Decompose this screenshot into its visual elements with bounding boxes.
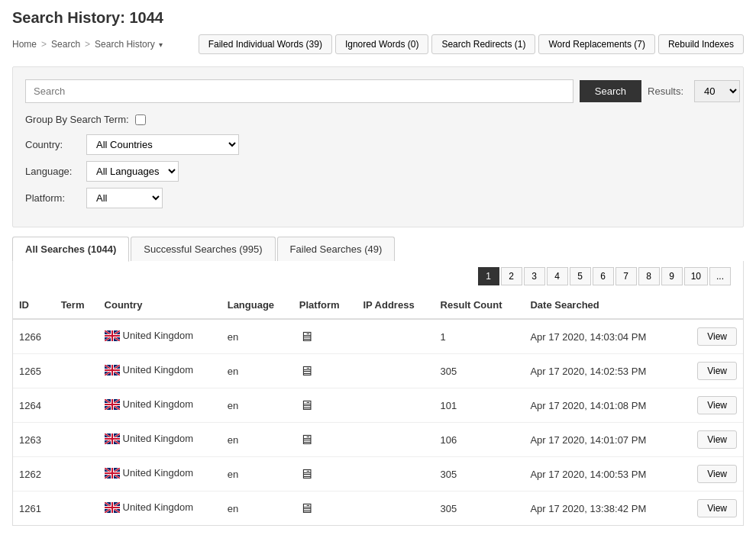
tab-failed-searches[interactable]: Failed Searches (49) xyxy=(277,237,396,261)
breadcrumb-home[interactable]: Home xyxy=(12,39,37,50)
cell-country: United Kingdom xyxy=(99,354,221,388)
table-row: 1266 United Kingdom en 🖥 xyxy=(13,319,743,354)
page-9-button[interactable]: 9 xyxy=(661,267,683,285)
tab-all-searches[interactable]: All Searches (1044) xyxy=(12,237,129,262)
platform-label: Platform: xyxy=(25,192,86,204)
uk-flag-icon xyxy=(105,433,120,444)
cell-language: en xyxy=(221,457,293,491)
desktop-icon: 🖥 xyxy=(299,432,313,448)
col-id: ID xyxy=(13,292,55,319)
language-select[interactable]: All Languages English German French xyxy=(86,161,179,182)
cell-view: View xyxy=(680,423,743,457)
page-4-button[interactable]: 4 xyxy=(547,267,568,285)
failed-individual-words-button[interactable]: Failed Individual Words (39) xyxy=(199,34,332,54)
view-button[interactable]: View xyxy=(697,430,737,449)
cell-id: 1261 xyxy=(13,491,55,526)
country-label: Country: xyxy=(25,139,86,150)
table-row: 1263 United Kingdom en 🖥 xyxy=(13,423,743,457)
results-per-page-select[interactable]: 40 20 60 100 xyxy=(694,80,740,102)
page-8-button[interactable]: 8 xyxy=(638,267,660,285)
page-2-button[interactable]: 2 xyxy=(501,267,522,285)
svg-rect-53 xyxy=(105,507,120,508)
rebuild-indexes-button[interactable]: Rebuild Indexes xyxy=(658,34,744,54)
cell-result-count: 305 xyxy=(435,354,525,388)
ignored-words-button[interactable]: Ignored Words (0) xyxy=(335,34,429,54)
cell-platform: 🖥 xyxy=(293,354,357,388)
desktop-icon: 🖥 xyxy=(299,466,313,482)
cell-ip xyxy=(357,457,434,491)
page-1-button[interactable]: 1 xyxy=(478,267,499,285)
page-more-button[interactable]: ... xyxy=(709,267,731,285)
cell-id: 1266 xyxy=(13,319,55,354)
breadcrumb-current: Search History ▾ xyxy=(95,39,163,50)
view-button[interactable]: View xyxy=(697,499,737,517)
col-platform: Platform xyxy=(293,292,357,319)
cell-language: en xyxy=(221,319,293,354)
filter-section: Search Results: 40 20 60 100 Group By Se… xyxy=(12,66,744,227)
cell-id: 1262 xyxy=(13,457,55,491)
cell-view: View xyxy=(680,319,743,354)
search-input[interactable] xyxy=(25,79,573,103)
cell-term xyxy=(55,457,99,491)
page-7-button[interactable]: 7 xyxy=(615,267,637,285)
cell-ip xyxy=(357,388,434,423)
cell-result-count: 1 xyxy=(435,319,525,354)
cell-result-count: 101 xyxy=(435,388,525,423)
cell-term xyxy=(55,354,99,388)
cell-ip xyxy=(357,319,434,354)
breadcrumb-chevron-icon: ▾ xyxy=(159,40,163,49)
page-header: Search History: 1044 Home > Search > Sea… xyxy=(0,0,756,60)
cell-date: Apr 17 2020, 14:00:53 PM xyxy=(524,457,680,491)
svg-rect-44 xyxy=(105,472,120,474)
cell-platform: 🖥 xyxy=(293,388,357,423)
cell-id: 1264 xyxy=(13,388,55,423)
page-6-button[interactable]: 6 xyxy=(593,267,614,285)
cell-date: Apr 17 2020, 13:38:42 PM xyxy=(524,491,680,526)
cell-country: United Kingdom xyxy=(99,388,221,423)
breadcrumb-search[interactable]: Search xyxy=(51,39,80,50)
desktop-icon: 🖥 xyxy=(299,363,313,379)
platform-select[interactable]: All Desktop Mobile Tablet xyxy=(86,188,163,208)
country-select[interactable]: All Countries United Kingdom United Stat… xyxy=(86,134,239,155)
view-button[interactable]: View xyxy=(697,327,737,346)
cell-platform: 🖥 xyxy=(293,457,357,491)
results-table: ID Term Country Language Platform IP Add… xyxy=(13,292,743,525)
cell-platform: 🖥 xyxy=(293,491,357,526)
cell-language: en xyxy=(221,388,293,423)
language-filter-row: Language: All Languages English German F… xyxy=(25,161,731,182)
uk-flag-icon xyxy=(105,330,120,341)
tab-successful-searches[interactable]: Successful Searches (995) xyxy=(131,237,275,261)
search-button[interactable]: Search xyxy=(580,80,641,102)
cell-platform: 🖥 xyxy=(293,319,357,354)
cell-ip xyxy=(357,423,434,457)
view-button[interactable]: View xyxy=(697,465,737,483)
page-5-button[interactable]: 5 xyxy=(570,267,591,285)
cell-ip xyxy=(357,491,434,526)
view-button[interactable]: View xyxy=(697,362,737,380)
pagination: 1 2 3 4 5 6 7 8 9 10 ... xyxy=(13,261,743,292)
cell-view: View xyxy=(680,491,743,526)
col-date: Date Searched xyxy=(524,292,680,319)
platform-filter-row: Platform: All Desktop Mobile Tablet xyxy=(25,188,731,208)
word-replacements-button[interactable]: Word Replacements (7) xyxy=(538,34,655,54)
cell-platform: 🖥 xyxy=(293,423,357,457)
country-filter-row: Country: All Countries United Kingdom Un… xyxy=(25,134,731,155)
svg-rect-35 xyxy=(105,438,120,440)
search-row: Search Results: 40 20 60 100 xyxy=(25,79,731,103)
breadcrumb-sep1: > xyxy=(41,39,47,50)
group-by-label: Group By Search Term: xyxy=(25,114,129,125)
page-3-button[interactable]: 3 xyxy=(524,267,545,285)
page-10-button[interactable]: 10 xyxy=(684,267,708,285)
cell-date: Apr 17 2020, 14:01:07 PM xyxy=(524,423,680,457)
search-redirects-button[interactable]: Search Redirects (1) xyxy=(431,34,535,54)
view-button[interactable]: View xyxy=(697,396,737,414)
desktop-icon: 🖥 xyxy=(299,329,313,345)
col-result-count: Result Count xyxy=(435,292,525,319)
top-buttons-container: Failed Individual Words (39) Ignored Wor… xyxy=(199,34,744,54)
cell-view: View xyxy=(680,354,743,388)
desktop-icon: 🖥 xyxy=(299,501,313,517)
group-by-checkbox[interactable] xyxy=(135,114,146,125)
cell-country: United Kingdom xyxy=(99,319,221,354)
cell-result-count: 305 xyxy=(435,491,525,526)
col-actions xyxy=(680,292,743,319)
